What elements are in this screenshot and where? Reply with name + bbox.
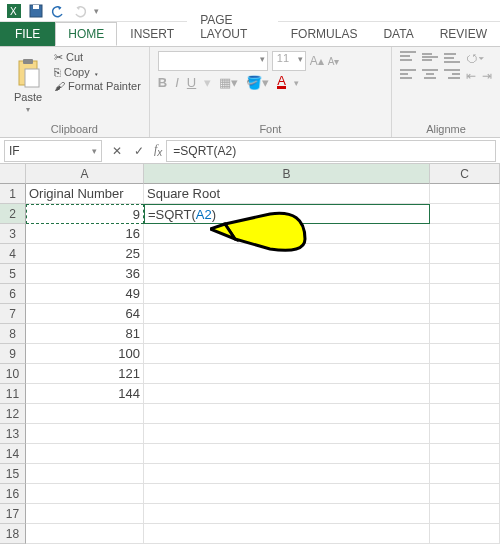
cell[interactable]: 64 bbox=[26, 304, 144, 324]
cell[interactable] bbox=[144, 424, 430, 444]
increase-indent-icon[interactable]: ⇥ bbox=[482, 69, 492, 83]
cell[interactable]: 49 bbox=[26, 284, 144, 304]
cell[interactable] bbox=[430, 404, 500, 424]
align-bottom-icon[interactable] bbox=[444, 51, 460, 63]
font-size-combo[interactable]: 11 bbox=[272, 51, 306, 71]
save-icon[interactable] bbox=[28, 3, 44, 19]
cell[interactable] bbox=[144, 244, 430, 264]
cell[interactable] bbox=[430, 204, 500, 224]
row-header[interactable]: 15 bbox=[0, 464, 26, 484]
cell[interactable] bbox=[144, 524, 430, 544]
cell[interactable]: 121 bbox=[26, 364, 144, 384]
row-header[interactable]: 2 bbox=[0, 204, 26, 224]
italic-button[interactable]: I bbox=[175, 75, 179, 90]
cell[interactable] bbox=[430, 444, 500, 464]
cancel-formula-icon[interactable]: ✕ bbox=[106, 140, 128, 162]
tab-data[interactable]: DATA bbox=[370, 22, 426, 46]
cell[interactable]: 16 bbox=[26, 224, 144, 244]
undo-icon[interactable] bbox=[50, 3, 66, 19]
fx-icon[interactable]: fx bbox=[150, 142, 166, 158]
cell[interactable] bbox=[144, 464, 430, 484]
row-header[interactable]: 6 bbox=[0, 284, 26, 304]
cell[interactable] bbox=[26, 464, 144, 484]
select-all-corner[interactable] bbox=[0, 164, 26, 184]
cell[interactable] bbox=[26, 524, 144, 544]
cell-a2[interactable]: 9 bbox=[26, 204, 144, 224]
redo-icon[interactable] bbox=[72, 3, 88, 19]
cell[interactable] bbox=[430, 364, 500, 384]
tab-insert[interactable]: INSERT bbox=[117, 22, 187, 46]
row-header[interactable]: 17 bbox=[0, 504, 26, 524]
cell[interactable] bbox=[430, 484, 500, 504]
cell[interactable] bbox=[430, 244, 500, 264]
row-header[interactable]: 18 bbox=[0, 524, 26, 544]
cell[interactable]: 25 bbox=[26, 244, 144, 264]
align-center-icon[interactable] bbox=[422, 69, 438, 81]
copy-button[interactable]: ⎘ Copy ▾ bbox=[54, 66, 141, 78]
underline-button[interactable]: U bbox=[187, 75, 196, 90]
cell[interactable] bbox=[144, 344, 430, 364]
cell[interactable] bbox=[144, 304, 430, 324]
font-name-combo[interactable] bbox=[158, 51, 268, 71]
enter-formula-icon[interactable]: ✓ bbox=[128, 140, 150, 162]
cell[interactable] bbox=[26, 404, 144, 424]
col-header-b[interactable]: B bbox=[144, 164, 430, 184]
row-header[interactable]: 16 bbox=[0, 484, 26, 504]
cell[interactable] bbox=[430, 324, 500, 344]
cell[interactable]: 144 bbox=[26, 384, 144, 404]
cell[interactable] bbox=[26, 484, 144, 504]
row-header[interactable]: 1 bbox=[0, 184, 26, 204]
cell[interactable] bbox=[430, 524, 500, 544]
increase-font-icon[interactable]: A▴ bbox=[310, 54, 324, 68]
align-right-icon[interactable] bbox=[444, 69, 460, 81]
format-painter-button[interactable]: 🖌 Format Painter bbox=[54, 80, 141, 92]
tab-formulas[interactable]: FORMULAS bbox=[278, 22, 371, 46]
cell[interactable] bbox=[144, 224, 430, 244]
cell[interactable] bbox=[26, 504, 144, 524]
formula-bar[interactable]: =SQRT(A2) bbox=[166, 140, 496, 162]
name-box[interactable]: IF▾ bbox=[4, 140, 102, 162]
cell[interactable] bbox=[430, 224, 500, 244]
cell[interactable] bbox=[144, 264, 430, 284]
col-header-a[interactable]: A bbox=[26, 164, 144, 184]
decrease-indent-icon[interactable]: ⇤ bbox=[466, 69, 476, 83]
cell-a1[interactable]: Original Number bbox=[26, 184, 144, 204]
row-header[interactable]: 9 bbox=[0, 344, 26, 364]
decrease-font-icon[interactable]: A▾ bbox=[328, 56, 340, 67]
orientation-icon[interactable]: ⭯▾ bbox=[466, 51, 484, 65]
cell[interactable] bbox=[430, 464, 500, 484]
row-header[interactable]: 12 bbox=[0, 404, 26, 424]
cell[interactable] bbox=[430, 184, 500, 204]
row-header[interactable]: 11 bbox=[0, 384, 26, 404]
cell[interactable]: 81 bbox=[26, 324, 144, 344]
tab-home[interactable]: HOME bbox=[55, 22, 117, 46]
align-top-icon[interactable] bbox=[400, 51, 416, 63]
fill-color-icon[interactable]: 🪣▾ bbox=[246, 75, 269, 90]
cell[interactable] bbox=[430, 424, 500, 444]
cell[interactable] bbox=[144, 284, 430, 304]
cell[interactable] bbox=[430, 384, 500, 404]
cell[interactable] bbox=[430, 504, 500, 524]
cell[interactable] bbox=[430, 264, 500, 284]
align-left-icon[interactable] bbox=[400, 69, 416, 81]
cell[interactable] bbox=[26, 424, 144, 444]
row-header[interactable]: 3 bbox=[0, 224, 26, 244]
qat-dropdown-icon[interactable]: ▾ bbox=[94, 6, 99, 16]
font-color-icon[interactable]: A bbox=[277, 76, 286, 89]
cell[interactable] bbox=[144, 384, 430, 404]
row-header[interactable]: 10 bbox=[0, 364, 26, 384]
border-icon[interactable]: ▦▾ bbox=[219, 75, 238, 90]
cell[interactable] bbox=[144, 504, 430, 524]
tab-page-layout[interactable]: PAGE LAYOUT bbox=[187, 8, 278, 46]
paste-button[interactable]: Paste ▾ bbox=[8, 51, 48, 121]
cell[interactable] bbox=[144, 324, 430, 344]
align-middle-icon[interactable] bbox=[422, 51, 438, 63]
cell[interactable] bbox=[144, 484, 430, 504]
cell-b2-editing[interactable]: =SQRT(A2) bbox=[144, 204, 430, 224]
tab-review[interactable]: REVIEW bbox=[427, 22, 500, 46]
row-header[interactable]: 8 bbox=[0, 324, 26, 344]
cell[interactable]: 100 bbox=[26, 344, 144, 364]
row-header[interactable]: 13 bbox=[0, 424, 26, 444]
row-header[interactable]: 7 bbox=[0, 304, 26, 324]
row-header[interactable]: 14 bbox=[0, 444, 26, 464]
